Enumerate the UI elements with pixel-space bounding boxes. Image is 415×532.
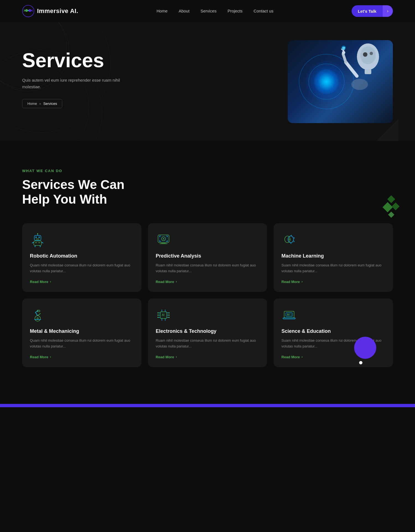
card-machine-readmore[interactable]: Read More ›	[281, 280, 302, 284]
svg-point-13	[351, 79, 368, 90]
service-cards-grid: Robotic Automation Quam nihil molestiae …	[22, 223, 393, 367]
card-metal-desc: Quam nihil molestiae conseua illum rui d…	[30, 338, 134, 349]
svg-point-61	[157, 317, 159, 318]
nav-services[interactable]: Services	[201, 9, 217, 13]
nav-links: Home About Services Projects Contact us	[157, 9, 274, 14]
svg-line-15	[343, 54, 346, 62]
hero-section: Services Quis autem vel eum iure reprehe…	[0, 22, 415, 141]
svg-rect-69	[283, 318, 295, 319]
svg-point-9	[360, 46, 376, 64]
cards-col-mid: Predictive Analysis Ruam nihil molestiae…	[148, 223, 267, 367]
electronics-icon: AI	[156, 307, 171, 323]
card-electronics-readmore[interactable]: Read More ›	[156, 355, 177, 359]
svg-line-33	[32, 242, 34, 243]
footer-bar	[0, 404, 415, 407]
brand-name: Immersive AI.	[37, 7, 78, 15]
machine-learning-icon	[281, 232, 297, 248]
svg-rect-22	[34, 235, 41, 240]
brain-icon	[22, 5, 34, 17]
svg-rect-12	[365, 69, 371, 74]
svg-text:AI: AI	[162, 313, 164, 316]
diamond-4	[388, 212, 395, 218]
svg-text:AI: AI	[287, 313, 289, 316]
svg-line-7	[31, 11, 33, 11]
card-metal-readmore[interactable]: Read More ›	[30, 355, 51, 359]
svg-point-27	[37, 233, 38, 234]
logo[interactable]: Immersive AI.	[22, 5, 78, 17]
svg-line-6	[31, 10, 33, 11]
card-robotic-readmore[interactable]: Read More ›	[30, 280, 51, 284]
navbar: Immersive AI. Home About Services Projec…	[0, 0, 415, 22]
svg-rect-25	[36, 239, 39, 239]
card-metal: Metal & Mechanicing Quam nihil molestiae…	[22, 299, 141, 367]
card-machine-desc: Suam nihil molestiae conseua illum rui d…	[281, 262, 385, 274]
card-predictive: Predictive Analysis Ruam nihil molestiae…	[148, 223, 267, 292]
svg-line-4	[24, 10, 25, 11]
card-machine-title: Machine Learning	[281, 253, 385, 259]
diamond-2	[383, 202, 393, 212]
arrow-icon-5: ›	[302, 280, 303, 284]
svg-line-31	[35, 245, 35, 247]
card-predictive-desc: Ruam nihil molestiae conseua illum rui d…	[156, 262, 260, 274]
svg-point-36	[37, 317, 39, 320]
card-predictive-title: Predictive Analysis	[156, 253, 260, 259]
card-electronics-title: Electronics & Technology	[156, 328, 260, 334]
nav-projects[interactable]: Projects	[227, 9, 242, 13]
svg-line-32	[40, 245, 40, 247]
robot-svg	[329, 40, 385, 123]
card-metal-title: Metal & Mechanicing	[30, 328, 134, 334]
svg-rect-30	[38, 242, 40, 243]
svg-point-10	[363, 52, 367, 57]
arrow-icon-3: ›	[176, 280, 177, 284]
cta-button[interactable]: Let's Talk ›	[352, 5, 393, 17]
svg-rect-24	[38, 237, 40, 238]
arrow-icon-6: ›	[302, 355, 303, 359]
svg-line-14	[346, 62, 357, 76]
diamond-1	[387, 195, 395, 203]
nav-about[interactable]: About	[179, 9, 190, 13]
svg-line-38	[35, 311, 38, 312]
arrow-icon-2: ›	[50, 355, 51, 359]
svg-line-5	[24, 11, 25, 11]
card-electronics-desc: Ruam nihil molestiae conseua illum rui d…	[156, 338, 260, 349]
svg-point-46	[163, 238, 164, 239]
deco-diamonds	[384, 196, 398, 217]
card-predictive-readmore[interactable]: Read More ›	[156, 280, 177, 284]
services-section: WHAT WE CAN DO Services We Can Help You …	[0, 141, 415, 404]
svg-point-63	[168, 315, 170, 316]
hero-image	[288, 40, 393, 123]
hero-content: Services Quis autem vel eum iure reprehe…	[22, 50, 127, 108]
svg-point-60	[157, 315, 159, 316]
svg-point-11	[370, 52, 373, 55]
nav-contact[interactable]: Contact us	[254, 9, 274, 13]
deco-white-dot	[359, 361, 362, 364]
card-science-readmore[interactable]: Read More ›	[281, 355, 302, 359]
card-electronics: AI	[148, 299, 267, 367]
nav-home[interactable]: Home	[157, 9, 168, 13]
hero-title: Services	[22, 50, 127, 71]
card-machine-learning: Machine Learning Suam nihil molestiae co…	[274, 223, 393, 292]
metal-icon	[30, 307, 45, 323]
arrow-icon: ›	[383, 5, 393, 17]
svg-rect-28	[34, 241, 42, 245]
breadcrumb-separator: »	[39, 102, 41, 106]
card-robotic-title: Robotic Automation	[30, 253, 134, 259]
card-science: AI Science & Education Suam nihil molest…	[274, 299, 393, 367]
card-robotic-automation: Robotic Automation Quam nihil molestiae …	[22, 223, 141, 292]
svg-point-62	[168, 312, 170, 313]
card-robotic-desc: Quam nihil molestiae conseua illum rui d…	[30, 262, 134, 274]
robot-icon	[30, 232, 45, 248]
section-tag: WHAT WE CAN DO	[22, 169, 393, 173]
cards-col-left: Robotic Automation Quam nihil molestiae …	[22, 223, 141, 367]
svg-line-37	[35, 312, 38, 316]
breadcrumb-current: Services	[43, 102, 57, 106]
svg-rect-3	[27, 10, 29, 11]
svg-point-59	[157, 312, 159, 313]
breadcrumb-home: Home	[27, 102, 37, 106]
svg-point-21	[343, 47, 345, 49]
arrow-icon: ›	[50, 280, 51, 284]
arrow-icon-4: ›	[176, 355, 177, 359]
predictive-icon	[156, 232, 171, 248]
svg-point-67	[288, 238, 290, 240]
svg-rect-29	[35, 242, 37, 243]
